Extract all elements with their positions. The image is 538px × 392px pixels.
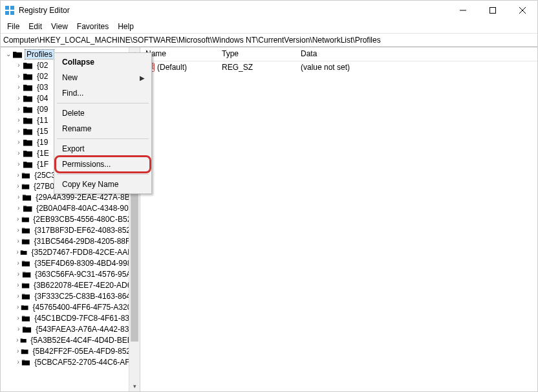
chevron-right-icon[interactable]: › bbox=[15, 149, 23, 157]
tree-item[interactable]: ›{3F333C25-C83B-4163-864E- bbox=[1, 290, 140, 301]
context-export[interactable]: Export bbox=[56, 141, 150, 157]
chevron-right-icon[interactable]: › bbox=[15, 303, 21, 310]
tree-item-label: {1E bbox=[36, 149, 50, 158]
titlebar: Registry Editor bbox=[1, 1, 537, 20]
menubar: File Edit View Favorites Help bbox=[1, 20, 537, 33]
context-menu: CollapseNew▶Find...DeleteRenameExportPer… bbox=[54, 52, 152, 194]
window-title: Registry Editor bbox=[19, 6, 448, 15]
tree-item-label: {2EB93CB5-4556-480C-B524- bbox=[32, 215, 140, 224]
chevron-right-icon[interactable]: › bbox=[15, 138, 23, 146]
tree-item-label: {5CBCAF52-2705-44C6-AF28 bbox=[33, 358, 140, 367]
tree-item[interactable]: ›{3B622078-4EE7-4E20-AD62- bbox=[1, 279, 140, 290]
context-permissions[interactable]: Permissions... bbox=[56, 157, 150, 172]
tree-item-label: {45765400-4FF6-4F75-A320-8 bbox=[32, 303, 140, 312]
context-item-label: Collapse bbox=[62, 58, 94, 67]
tree-item-label: {09 bbox=[36, 105, 49, 114]
tree-item[interactable]: ›{31BC5464-29D8-4205-88FD- bbox=[1, 235, 140, 246]
chevron-right-icon[interactable]: › bbox=[15, 182, 21, 190]
value-name: (Default) bbox=[157, 63, 187, 72]
menu-separator bbox=[57, 138, 149, 139]
value-data: (value not set) bbox=[296, 63, 537, 72]
col-data[interactable]: Data bbox=[296, 47, 537, 61]
chevron-right-icon[interactable]: › bbox=[15, 237, 21, 245]
window-buttons bbox=[448, 1, 537, 20]
tree-item[interactable]: ›{45C1BCD9-7FC8-4F61-83F4 bbox=[1, 312, 140, 323]
tree-item-label: {543FAEA3-A76A-4A42-83E0 bbox=[34, 325, 140, 334]
tree-item-label: {363C56FA-9C31-4576-95A7- bbox=[34, 270, 140, 279]
chevron-right-icon[interactable]: › bbox=[15, 226, 21, 234]
tree-item[interactable]: ›{363C56FA-9C31-4576-95A7- bbox=[1, 268, 140, 279]
tree-item[interactable]: ›{5CBCAF52-2705-44C6-AF28 bbox=[1, 356, 140, 367]
chevron-right-icon[interactable]: › bbox=[15, 116, 23, 124]
address-bar bbox=[1, 33, 537, 47]
context-item-label: New bbox=[62, 73, 78, 82]
chevron-right-icon[interactable]: › bbox=[15, 270, 22, 278]
chevron-right-icon[interactable]: › bbox=[15, 193, 22, 201]
context-delete[interactable]: Delete bbox=[56, 105, 150, 121]
tree-item[interactable]: ›{352D7467-FDD8-42CE-AADB bbox=[1, 246, 140, 257]
tree-item-label: {04 bbox=[36, 94, 49, 103]
values-header: Name Type Data bbox=[140, 47, 537, 61]
app-icon bbox=[5, 5, 15, 16]
menu-separator bbox=[57, 174, 149, 175]
tree-item[interactable]: ›{45765400-4FF6-4F75-A320-8 bbox=[1, 301, 140, 312]
chevron-right-icon[interactable]: › bbox=[15, 215, 21, 223]
chevron-right-icon[interactable]: › bbox=[15, 281, 21, 289]
chevron-right-icon[interactable]: › bbox=[15, 127, 23, 135]
tree-item[interactable]: ›{35EF4D69-8309-4BD4-9984- bbox=[1, 257, 140, 268]
scroll-down-icon[interactable]: ▾ bbox=[129, 380, 140, 391]
chevron-right-icon[interactable]: › bbox=[15, 83, 23, 91]
menu-edit[interactable]: Edit bbox=[25, 21, 46, 32]
tree-item-label: {35EF4D69-8309-4BD4-9984- bbox=[33, 259, 140, 268]
chevron-right-icon[interactable]: › bbox=[15, 314, 21, 321]
value-row[interactable]: (Default)REG_SZ(value not set) bbox=[140, 61, 537, 73]
tree-item[interactable]: ›{2B0A04F8-40AC-4348-90D9 bbox=[1, 202, 140, 213]
svg-rect-2 bbox=[5, 11, 9, 15]
chevron-right-icon[interactable]: › bbox=[15, 94, 23, 102]
chevron-right-icon[interactable]: › bbox=[15, 171, 21, 179]
chevron-right-icon[interactable]: › bbox=[15, 72, 23, 80]
chevron-right-icon[interactable]: › bbox=[15, 259, 21, 267]
svg-rect-1 bbox=[10, 6, 14, 10]
address-input[interactable] bbox=[3, 34, 535, 46]
menu-view[interactable]: View bbox=[47, 21, 72, 32]
chevron-right-icon[interactable]: › bbox=[15, 325, 22, 332]
chevron-right-icon[interactable]: › bbox=[15, 347, 21, 354]
chevron-right-icon[interactable]: › bbox=[15, 105, 23, 113]
context-find[interactable]: Find... bbox=[56, 85, 150, 101]
close-button[interactable] bbox=[508, 1, 537, 20]
chevron-right-icon[interactable]: › bbox=[15, 204, 23, 212]
col-type[interactable]: Type bbox=[217, 47, 296, 61]
chevron-right-icon[interactable]: › bbox=[15, 358, 21, 365]
menu-separator bbox=[57, 103, 149, 103]
chevron-right-icon[interactable]: › bbox=[15, 248, 20, 256]
chevron-right-icon[interactable]: › bbox=[15, 336, 20, 343]
chevron-right-icon[interactable]: › bbox=[15, 292, 21, 299]
context-copy-key-name[interactable]: Copy Key Name bbox=[56, 177, 150, 192]
values-pane: Name Type Data (Default)REG_SZ(value not… bbox=[140, 47, 537, 391]
tree-item[interactable]: ›{5B42FF2F-05EA-4FD9-852A- bbox=[1, 345, 140, 356]
menu-file[interactable]: File bbox=[3, 21, 23, 32]
tree-item[interactable]: ›{2EB93CB5-4556-480C-B524- bbox=[1, 213, 140, 224]
minimize-button[interactable] bbox=[448, 1, 478, 20]
tree-item-label: {02 bbox=[36, 61, 49, 70]
menu-help[interactable]: Help bbox=[114, 21, 138, 32]
context-item-label: Find... bbox=[62, 89, 83, 98]
context-collapse[interactable]: Collapse bbox=[56, 54, 150, 70]
tree-item-label: {45C1BCD9-7FC8-4F61-83F4 bbox=[33, 314, 140, 323]
tree-item-label: Profiles bbox=[25, 50, 54, 59]
tree-item-label: {11 bbox=[36, 116, 49, 125]
tree-item[interactable]: ›{543FAEA3-A76A-4A42-83E0 bbox=[1, 323, 140, 334]
value-type: REG_SZ bbox=[217, 63, 296, 72]
maximize-button[interactable] bbox=[478, 1, 508, 20]
chevron-down-icon[interactable]: ⌄ bbox=[5, 50, 12, 58]
chevron-right-icon[interactable]: › bbox=[15, 160, 23, 168]
menu-favorites[interactable]: Favorites bbox=[73, 21, 113, 32]
tree-item[interactable]: ›{5A3B52E4-4C4F-4D4D-BEDC bbox=[1, 334, 140, 345]
tree-item-label: {5B42FF2F-05EA-4FD9-852A- bbox=[32, 347, 140, 356]
context-new[interactable]: New▶ bbox=[56, 70, 150, 85]
tree-item-label: {03 bbox=[36, 83, 49, 92]
tree-item[interactable]: ›{317B8F3D-EF62-4083-852B- bbox=[1, 224, 140, 235]
chevron-right-icon[interactable]: › bbox=[15, 61, 23, 69]
context-rename[interactable]: Rename bbox=[56, 121, 150, 136]
